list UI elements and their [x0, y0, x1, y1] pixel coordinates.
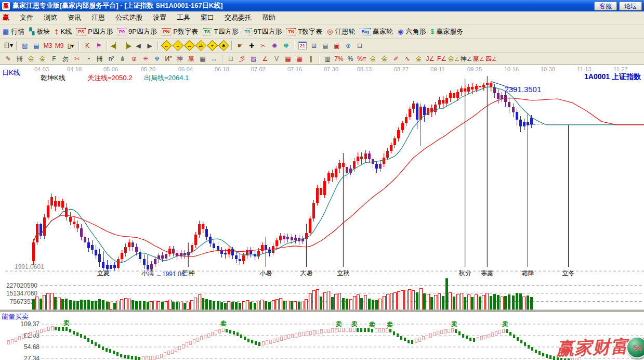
- gold-line-icon[interactable]: 金: [379, 54, 390, 64]
- diamond-cross-icon[interactable]: +: [207, 41, 217, 50]
- web-star-icon[interactable]: ✳: [140, 54, 151, 64]
- menu-item-4[interactable]: 江恩: [86, 12, 110, 22]
- floating-badge[interactable]: 54: [626, 337, 644, 358]
- rays-box-icon[interactable]: ▨: [248, 54, 259, 64]
- box-measure-icon[interactable]: ⊡: [226, 54, 236, 64]
- kline-toggle-icon[interactable]: K: [82, 41, 93, 50]
- t-square-button[interactable]: TST四方形: [203, 27, 238, 36]
- period-day-dropdown[interactable]: 日▾: [3, 41, 14, 50]
- customer-service-button[interactable]: 客服: [594, 2, 617, 10]
- winner-wheel-button[interactable]: Big赢家轮: [360, 27, 393, 36]
- pitchfork-icon[interactable]: ⋔: [117, 54, 128, 64]
- time-circle-icon[interactable]: ◔: [83, 54, 94, 64]
- menu-item-9[interactable]: 交易委托: [219, 12, 257, 22]
- ruler-grid-icon[interactable]: ▦: [198, 54, 208, 64]
- toolbar-separator: [294, 41, 295, 50]
- brush-icon[interactable]: ✐: [391, 54, 401, 64]
- rays-red-icon[interactable]: 彡: [237, 54, 247, 64]
- menu-item-1[interactable]: 文件: [15, 12, 38, 22]
- forum-button[interactable]: 论坛: [619, 2, 642, 10]
- pattern-view-icon[interactable]: ▧: [20, 41, 30, 50]
- calculator-icon[interactable]: ⊞: [309, 41, 319, 50]
- quotes-button[interactable]: ▦行情: [3, 27, 24, 36]
- sectors-button[interactable]: ▚板块: [29, 27, 50, 36]
- shen-grid-icon[interactable]: 神: [175, 54, 185, 64]
- web-grid-icon[interactable]: ❈: [152, 54, 162, 64]
- shen-angle-icon[interactable]: 神∠: [461, 54, 472, 64]
- notes-icon[interactable]: ▤: [320, 41, 331, 50]
- menu-item-3[interactable]: 资讯: [62, 12, 86, 22]
- f-grid-icon[interactable]: F: [49, 54, 59, 64]
- calendar-icon[interactable]: 21: [297, 41, 308, 50]
- percent-lines-icon[interactable]: %≡: [357, 54, 367, 64]
- pane-splitter[interactable]: [0, 310, 644, 312]
- mini-chart-3-icon[interactable]: M3: [43, 41, 53, 50]
- prev-icon[interactable]: ◀: [133, 41, 143, 50]
- gold-circle-icon[interactable]: 金: [368, 54, 378, 64]
- knife-icon[interactable]: ✄: [72, 54, 82, 64]
- last-page-icon[interactable]: ▕▶: [122, 41, 132, 50]
- percent-retrace-icon[interactable]: 7%: [334, 54, 344, 64]
- gold-grid-2-icon[interactable]: 金: [37, 54, 48, 64]
- diamond-left-icon[interactable]: ←: [161, 41, 172, 50]
- gann-mind-teal-icon[interactable]: ❋: [281, 41, 291, 50]
- gold-triple-icon[interactable]: 金: [414, 54, 424, 64]
- drag-hand-icon[interactable]: ☛: [235, 41, 245, 50]
- wave-band-icon[interactable]: ∿: [402, 54, 413, 64]
- p-table-button[interactable]: PNP数字表: [162, 27, 198, 36]
- mini-chart-9-icon[interactable]: M9: [54, 41, 64, 50]
- 9p-square-button[interactable]: P99P四方形: [117, 27, 157, 36]
- spiral-icon[interactable]: 勿: [60, 54, 71, 64]
- 9t-square-button[interactable]: T99T四方形: [243, 27, 282, 36]
- printer-icon[interactable]: ⊟: [354, 41, 365, 50]
- four-angle-icon[interactable]: 四∠: [485, 54, 497, 64]
- scissors-icon[interactable]: ✂: [258, 41, 268, 50]
- v-mark-icon[interactable]: И″: [163, 54, 174, 64]
- diamond-swap-icon[interactable]: ⇄: [195, 41, 206, 50]
- grid-red-2-icon[interactable]: ▦: [294, 54, 305, 64]
- n-squared-icon[interactable]: n²: [106, 54, 116, 64]
- menu-item-8[interactable]: 窗口: [195, 12, 219, 22]
- menu-item-5[interactable]: 公式选股: [110, 12, 148, 22]
- t-table-button[interactable]: TNT数字表: [286, 27, 322, 36]
- gann-mind-purple-icon[interactable]: ✺: [269, 41, 280, 50]
- winner-service-button[interactable]: $赢家服务: [430, 27, 463, 36]
- f-angle-icon[interactable]: F∠: [437, 54, 447, 64]
- info-list-icon[interactable]: ▤: [31, 41, 42, 50]
- save-icon[interactable]: ▣: [332, 41, 342, 50]
- indicator-flag-icon[interactable]: ⚑: [94, 41, 104, 50]
- hexagon-button[interactable]: ◉六角形: [398, 27, 426, 36]
- next-icon[interactable]: ▶: [144, 41, 155, 50]
- fan-icon[interactable]: ∠: [260, 54, 270, 64]
- p-square-button[interactable]: PSP四方形: [76, 27, 113, 36]
- menu-item-2[interactable]: 浏览: [38, 12, 62, 22]
- diamond-right-icon[interactable]: →: [173, 41, 183, 50]
- v-wave-icon[interactable]: Ⅴ: [271, 54, 282, 64]
- volume-stats-icon[interactable]: ▥: [322, 54, 333, 64]
- parallel-lines-icon[interactable]: ∥: [306, 54, 316, 64]
- grid-red-icon[interactable]: ▦: [283, 54, 293, 64]
- kline-button[interactable]: ‡K线: [55, 27, 72, 36]
- diamond-star-icon[interactable]: ✱: [218, 41, 229, 50]
- crosshair-icon[interactable]: ✚: [246, 41, 257, 50]
- width-measure-icon[interactable]: ↔: [209, 54, 219, 64]
- candle-style-dropdown[interactable]: ▯▾: [65, 41, 76, 50]
- gold-grid-1-icon[interactable]: 金: [26, 54, 36, 64]
- menu-item-7[interactable]: 工具: [172, 12, 195, 22]
- diamond-expand-icon[interactable]: ↔: [184, 41, 194, 50]
- ying-angle-icon[interactable]: 赢∠: [473, 54, 484, 64]
- percent-icon[interactable]: %: [345, 54, 356, 64]
- network-icon[interactable]: ⊕: [343, 41, 353, 50]
- draw-pen-icon[interactable]: ✎: [3, 54, 14, 64]
- j-angle-icon[interactable]: J∠: [425, 54, 436, 64]
- gann-comb-icon[interactable]: 卌: [15, 54, 25, 64]
- circle-cross-icon[interactable]: ⊕: [129, 54, 139, 64]
- menu-item-10[interactable]: 帮助: [257, 12, 281, 22]
- menu-item-6[interactable]: 设置: [148, 12, 172, 22]
- gann-wheel-button[interactable]: ◎江恩轮: [327, 27, 355, 36]
- ying-grid-icon[interactable]: 赢: [186, 54, 196, 64]
- comb-2-icon[interactable]: 卌: [95, 54, 105, 64]
- gold-angle-icon[interactable]: 金∠: [448, 54, 459, 64]
- toolbar-separator: [107, 41, 108, 50]
- first-page-icon[interactable]: ◀▏: [110, 41, 121, 50]
